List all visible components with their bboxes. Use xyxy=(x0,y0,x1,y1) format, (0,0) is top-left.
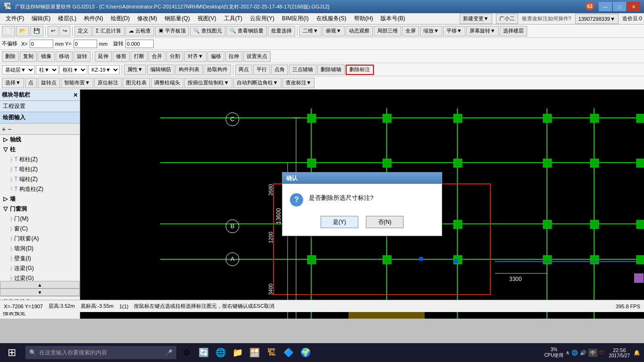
save-btn[interactable]: 💾 xyxy=(30,26,43,36)
menu-component[interactable]: 构件(N) xyxy=(80,14,107,24)
2d-btn[interactable]: 二维▼ xyxy=(299,26,322,36)
col-list-btn[interactable]: 构件列表 xyxy=(175,65,203,75)
menu-tools[interactable]: 工具(T) xyxy=(220,14,246,24)
dialog-yes-button[interactable]: 是(Y) xyxy=(321,216,358,228)
tree-door-win[interactable]: ├ 门联窗(A) xyxy=(0,234,80,244)
menu-modify[interactable]: 修改(M) xyxy=(133,14,161,24)
project-settings-item[interactable]: 工程设置 xyxy=(0,101,80,112)
edit-rebar-btn[interactable]: 编辑钢筋 xyxy=(147,65,174,75)
parallel-btn[interactable]: 平行 xyxy=(253,65,270,75)
tree-frame-col[interactable]: ├ T 框柱(Z) xyxy=(0,155,80,165)
local-3d-btn[interactable]: 局部三维 xyxy=(374,26,401,36)
clock[interactable]: 22:56 2017/5/27 xyxy=(609,347,630,358)
flat-top-btn[interactable]: ▣ 平齐板顶 xyxy=(155,26,189,36)
fullscreen-btn[interactable]: 全屏 xyxy=(402,26,419,36)
tree-doorwin-group[interactable]: ▽ 门窗洞 xyxy=(0,204,80,214)
taskbar-icon-win[interactable]: 🪟 xyxy=(246,344,263,361)
tree-window[interactable]: ├ 窗(C) xyxy=(0,224,80,234)
define-btn[interactable]: 定义 xyxy=(74,26,91,36)
col-table-btn[interactable]: 图元柱表 xyxy=(123,78,150,88)
sidebar-tool-plus[interactable]: + xyxy=(2,125,6,133)
sidebar-scroll-up[interactable]: ▲ xyxy=(0,281,80,288)
rotate-input[interactable] xyxy=(125,40,154,48)
maximize-button[interactable]: □ xyxy=(613,2,626,11)
kz-select[interactable]: KZ-19▼ xyxy=(88,65,120,74)
move-btn[interactable]: 移动 xyxy=(56,51,73,62)
dialog-no-button[interactable]: 否(N) xyxy=(366,216,404,228)
up-arrow-icon[interactable]: ∧ xyxy=(566,350,570,356)
tree-lintel[interactable]: ├ 过梁(G) xyxy=(0,273,80,281)
taskbar-icon-app2[interactable]: 🔷 xyxy=(280,344,297,361)
notification-badge[interactable]: 63 xyxy=(586,2,594,10)
rotate-point-btn[interactable]: 旋转点 xyxy=(38,78,60,88)
taskbar-icon-folder[interactable]: 📁 xyxy=(229,344,246,361)
merge-btn[interactable]: 合并 xyxy=(149,51,165,62)
delete-btn[interactable]: 删除 xyxy=(2,51,19,62)
tree-niche[interactable]: ├ 壁龛(I) xyxy=(0,254,80,263)
two-points-btn[interactable]: 两点 xyxy=(235,65,252,75)
menu-cloud[interactable]: 云应用(Y) xyxy=(246,14,278,24)
sidebar-close-icon[interactable]: ✕ xyxy=(73,92,78,99)
phone-button[interactable]: 13907298339▼ xyxy=(575,14,619,24)
tree-door[interactable]: ├ 门(M) xyxy=(0,214,80,224)
align-btn[interactable]: 对齐▼ xyxy=(184,51,206,62)
menu-floor[interactable]: 楼层(L) xyxy=(54,14,80,24)
draw-by-pos-btn[interactable]: 按插位置绘制柱▼ xyxy=(184,78,232,88)
offset-btn[interactable]: 偏移 xyxy=(207,51,224,62)
three-aux-btn[interactable]: 三点辅轴 xyxy=(289,65,316,75)
close-button[interactable]: ✕ xyxy=(627,2,640,11)
rotate-btn[interactable]: 旋转 xyxy=(74,51,91,62)
tree-wall-hole[interactable]: ├ 墙洞(D) xyxy=(0,244,80,254)
screen-rotate-btn[interactable]: 屏幕旋转▼ xyxy=(466,26,499,36)
cloud-check-btn[interactable]: ☁ 云检查 xyxy=(125,26,154,36)
angle-btn[interactable]: 点角 xyxy=(271,65,288,75)
tree-axis[interactable]: ▷ 轴线 xyxy=(0,135,80,145)
volume-icon[interactable]: 🔊 xyxy=(580,350,586,356)
open-btn[interactable]: 📂 xyxy=(16,26,29,36)
pickup-btn[interactable]: 拾取构件 xyxy=(204,65,231,75)
zoom-btn[interactable]: 缩放▼ xyxy=(420,26,442,36)
auto-corner-btn[interactable]: 自动判断边角柱▼ xyxy=(233,78,281,88)
sidebar-scroll-down[interactable]: ▼ xyxy=(0,288,80,296)
minimize-button[interactable]: — xyxy=(599,2,612,11)
break-btn[interactable]: 打断 xyxy=(131,51,148,62)
select-floor-btn[interactable]: 选择楼层 xyxy=(500,26,527,36)
tree-coupled-beam[interactable]: ├ 连梁(G) xyxy=(0,263,80,273)
security-icon[interactable]: 🛡 xyxy=(599,350,604,355)
menu-version[interactable]: 版本号(B) xyxy=(377,14,409,24)
grip-btn[interactable]: 设置夹点 xyxy=(243,51,271,62)
taskbar-icon-2[interactable]: 🔄 xyxy=(195,344,212,361)
del-aux-btn[interactable]: 删除辅轴 xyxy=(317,65,345,75)
mirror-btn[interactable]: 镜像 xyxy=(38,51,55,62)
y-input[interactable] xyxy=(74,40,97,48)
extend-btn[interactable]: 延伸 xyxy=(95,51,112,62)
frame-select[interactable]: 框柱▼ xyxy=(59,65,87,74)
trim-btn[interactable]: 修剪 xyxy=(113,51,130,62)
sum-btn[interactable]: Σ 汇总计算 xyxy=(92,26,124,36)
taskbar-icon-ie[interactable]: 🌐 xyxy=(212,344,229,361)
tree-construct-col[interactable]: └ T 构造柱(Z) xyxy=(0,184,80,194)
smart-layout-btn[interactable]: 智能布置▼ xyxy=(61,78,93,88)
menu-draw[interactable]: 绘图(D) xyxy=(107,14,134,24)
taskbar-icon-1[interactable]: ⚙ xyxy=(178,344,195,361)
menu-file[interactable]: 文件(F) xyxy=(2,14,28,24)
new-btn[interactable]: 📄 xyxy=(2,26,15,36)
new-change-button[interactable]: 新建变更▼ xyxy=(460,14,492,24)
dynamic-view-btn[interactable]: 动态观察 xyxy=(346,26,373,36)
guangxiao-button[interactable]: 广小二 xyxy=(496,14,518,24)
find-elem-btn[interactable]: 🔍 查找图元 xyxy=(190,26,225,36)
level-select[interactable]: 基础层▼ xyxy=(2,65,35,74)
tree-hidden-col[interactable]: ├ T 暗柱(Z) xyxy=(0,165,80,174)
menu-online[interactable]: 在线服务(S) xyxy=(313,14,350,24)
menu-rebar[interactable]: 钢筋量(Q) xyxy=(161,14,193,24)
network-icon[interactable]: 🌐 xyxy=(571,350,578,356)
sidebar-tool-minus[interactable]: − xyxy=(8,125,11,133)
taskbar-icon-app1[interactable]: 🏗 xyxy=(263,344,280,361)
stretch-btn[interactable]: 拉伸 xyxy=(225,51,242,62)
undo-btn[interactable]: ↩ xyxy=(48,26,58,36)
del-mark-button[interactable]: 删除标注 xyxy=(346,65,374,75)
check-mark-btn[interactable]: 查改标注▼ xyxy=(282,78,315,88)
point-btn[interactable]: 点 xyxy=(25,78,37,88)
select-btn[interactable]: 选择▼ xyxy=(2,78,24,88)
perspective-btn[interactable]: 俯视▼ xyxy=(322,26,345,36)
